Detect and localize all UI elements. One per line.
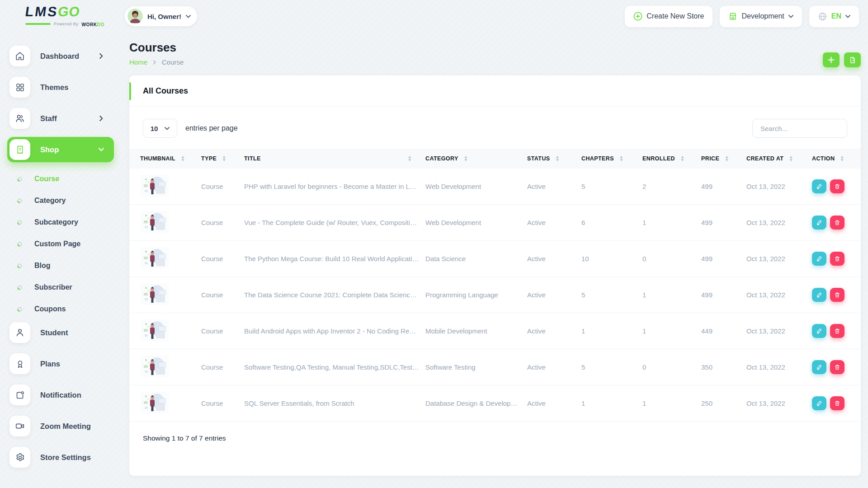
sidebar-subitem-label: Coupons <box>34 305 66 313</box>
table-column-header[interactable]: ENROLLED ▲▼ <box>642 155 701 162</box>
sidebar-subitem[interactable]: Course <box>17 168 114 190</box>
globe-icon <box>818 12 827 21</box>
table-row: Course The Data Science Course 2021: Com… <box>129 277 861 313</box>
course-chapters: 10 <box>581 255 642 263</box>
sidebar-item[interactable]: Store Settings <box>7 445 114 470</box>
sidebar-item-label: Notification <box>40 391 81 399</box>
export-button[interactable] <box>844 52 861 67</box>
plus-icon <box>828 56 835 63</box>
edit-course-button[interactable] <box>812 396 826 410</box>
sidebar-item[interactable]: Themes <box>7 75 114 100</box>
edit-course-button[interactable] <box>812 288 826 302</box>
sidebar-item-label: Shop <box>40 145 59 154</box>
course-enrolled: 1 <box>642 219 701 226</box>
user-menu[interactable]: Hi, Owner! <box>125 6 197 26</box>
sidebar-subitem[interactable]: Subcategory <box>17 211 114 233</box>
file-export-icon <box>849 56 856 64</box>
sidebar-item-label: Store Settings <box>40 453 91 462</box>
chevron-right-icon <box>153 60 156 65</box>
table-column-header[interactable]: CHAPTERS ▲▼ <box>581 155 642 162</box>
table-column-header[interactable]: CATEGORY ▲▼ <box>425 155 527 162</box>
delete-course-button[interactable] <box>830 216 844 230</box>
entries-per-page-label: entries per page <box>185 124 238 132</box>
course-price: 499 <box>701 183 746 190</box>
breadcrumb-home-link[interactable]: Home <box>129 58 147 66</box>
chevron-down-icon <box>845 15 850 18</box>
course-category: Software Testing <box>425 363 527 371</box>
table-column-header[interactable]: STATUS ▲▼ <box>527 155 581 162</box>
delete-course-button[interactable] <box>830 252 844 266</box>
course-title: SQL Server Essentials, from Scratch <box>244 399 425 407</box>
table-column-header[interactable]: TYPE ▲▼ <box>201 155 244 162</box>
sort-arrows-icon: ▲▼ <box>725 155 729 162</box>
course-thumbnail <box>140 211 169 233</box>
sort-arrows-icon: ▲▼ <box>789 155 793 162</box>
column-label: STATUS <box>527 155 550 162</box>
sidebar-item[interactable]: Shop <box>7 137 114 162</box>
edit-pencil-icon <box>816 400 823 407</box>
staff-users-icon <box>9 108 30 129</box>
search-input[interactable] <box>752 119 847 138</box>
table-row: Course Build Android Apps with App Inven… <box>129 313 861 349</box>
course-type: Course <box>201 363 244 371</box>
trash-icon <box>834 328 840 334</box>
course-enrolled: 2 <box>642 183 701 190</box>
entries-value: 10 <box>151 125 158 132</box>
sidebar-subitem[interactable]: Custom Page <box>17 233 114 255</box>
course-status: Active <box>527 255 581 263</box>
sidebar-item-label: Zoom Meeting <box>40 422 91 431</box>
edit-course-button[interactable] <box>812 216 826 230</box>
sidebar-item[interactable]: Student <box>7 320 114 345</box>
table-column-header[interactable]: TITLE ▲▼ <box>244 155 425 162</box>
delete-course-button[interactable] <box>830 324 844 338</box>
plus-circle-icon <box>633 12 642 21</box>
edit-course-button[interactable] <box>812 324 826 338</box>
sidebar-item-label: Student <box>40 328 68 337</box>
trash-icon <box>834 255 840 262</box>
edit-course-button[interactable] <box>812 252 826 266</box>
column-label: TITLE <box>244 155 261 162</box>
sidebar: Dashboard Themes Staff Shop <box>0 29 114 488</box>
course-enrolled: 0 <box>642 363 701 371</box>
language-selector[interactable]: EN <box>809 6 859 27</box>
sidebar-item[interactable]: Plans <box>7 351 114 376</box>
edit-course-button[interactable] <box>812 179 826 193</box>
delete-course-button[interactable] <box>830 360 844 374</box>
course-type: Course <box>201 183 244 190</box>
course-enrolled: 0 <box>642 255 701 263</box>
delete-course-button[interactable] <box>830 396 844 410</box>
sidebar-item[interactable]: Dashboard <box>7 43 114 69</box>
table-column-header[interactable]: ACTION ▲▼ <box>812 155 850 162</box>
brand-underline <box>25 23 51 25</box>
edit-course-button[interactable] <box>812 360 826 374</box>
create-new-store-label: Create New Store <box>646 12 704 20</box>
store-switcher[interactable]: Development <box>720 6 802 27</box>
edit-pencil-icon <box>816 291 823 298</box>
sidebar-subitem[interactable]: Subscriber <box>17 277 114 298</box>
create-new-store-button[interactable]: Create New Store <box>625 6 712 27</box>
course-title: PHP with Laravel for beginners - Become … <box>244 183 425 190</box>
page-title: Courses <box>129 41 184 55</box>
card-title: All Courses <box>143 86 188 95</box>
table-controls: 10 entries per page <box>129 106 861 149</box>
sidebar-item[interactable]: Zoom Meeting <box>7 413 114 439</box>
table-column-header[interactable]: THUMBNAIL ▲▼ <box>140 155 201 162</box>
sidebar-item-label: Staff <box>40 114 57 123</box>
column-label: PRICE <box>701 155 719 162</box>
course-enrolled: 1 <box>642 291 701 299</box>
table-column-header[interactable]: PRICE ▲▼ <box>701 155 746 162</box>
sidebar-item[interactable]: Notification <box>7 382 114 408</box>
sidebar-subitem[interactable]: Coupons <box>17 298 114 320</box>
brand-logo[interactable]: LMSGO Powered By WORKDO <box>9 5 114 28</box>
entries-per-page-select[interactable]: 10 <box>143 119 177 138</box>
sidebar-subitem[interactable]: Category <box>17 190 114 211</box>
course-created-at: Oct 13, 2022 <box>746 183 812 190</box>
delete-course-button[interactable] <box>830 288 844 302</box>
course-status: Active <box>527 363 581 371</box>
course-status: Active <box>527 219 581 226</box>
table-column-header[interactable]: CREATED AT ▲▼ <box>746 155 812 162</box>
sidebar-item[interactable]: Staff <box>7 106 114 131</box>
sidebar-subitem[interactable]: Blog <box>17 255 114 277</box>
delete-course-button[interactable] <box>830 179 844 193</box>
add-course-button[interactable] <box>823 52 840 67</box>
